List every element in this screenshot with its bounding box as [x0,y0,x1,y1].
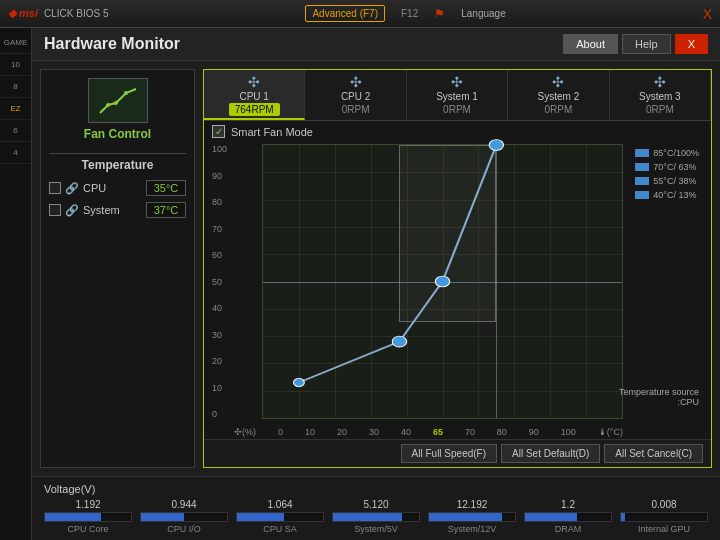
fan-tabs: ✣ CPU 1 764RPM ✣ CPU 2 0RPM ✣ System 1 0… [204,70,711,121]
fan-tab-cpu2-name: CPU 2 [341,91,370,102]
temp-source-label: Temperature source [619,387,699,397]
legend-label-4: 40°C/ 13% [653,190,696,200]
voltage-bar-fill-igpu [621,513,625,521]
voltage-value-cpu-sa: 1.064 [267,499,292,510]
fan-tab-sys1-rpm: 0RPM [437,103,477,116]
legend-label-1: 85°C/100% [653,148,699,158]
legend-bar-2 [635,163,649,171]
svg-point-0 [106,103,110,107]
fan-tab-cpu2-icon: ✣ [350,74,362,90]
sidebar-item-game[interactable]: GAME [0,32,31,54]
sidebar-item-8[interactable]: 8 [0,76,31,98]
msi-logo: ◆ msi [8,7,38,20]
fan-tab-cpu2-rpm: 0RPM [336,103,376,116]
topbar-close-btn[interactable]: X [703,6,712,22]
language-btn[interactable]: Language [461,8,506,19]
all-full-speed-btn[interactable]: All Full Speed(F) [401,444,497,463]
fan-tab-cpu2[interactable]: ✣ CPU 2 0RPM [305,70,406,120]
system-icon: 🔗 [65,204,79,217]
fan-graph-icon [98,85,138,117]
voltage-item-igpu: 0.008 Internal GPU [620,499,708,534]
fan-tab-sys2-icon: ✣ [552,74,564,90]
svg-point-1 [114,101,118,105]
voltage-value-sys12v: 12.192 [457,499,488,510]
content-header: Hardware Monitor About Help X [32,28,720,61]
voltage-bar-fill-12 [525,513,577,521]
fan-tab-sys3[interactable]: ✣ System 3 0RPM [610,70,711,120]
fan-tab-cpu1[interactable]: ✣ CPU 1 764RPM [204,70,305,120]
system-temp-row: 🔗 System 37°C [49,202,186,218]
f12-label[interactable]: F12 [401,8,418,19]
voltage-bar-cpu-sa [236,512,324,522]
voltage-name-igpu: Internal GPU [638,524,690,534]
page-title: Hardware Monitor [44,35,180,53]
voltage-item-cpu-core: 1.192 CPU Core [44,499,132,534]
svg-point-3 [294,378,305,386]
fan-tab-sys1-name: System 1 [436,91,478,102]
voltage-bar-igpu [620,512,708,522]
svg-point-2 [124,91,128,95]
chart-area[interactable]: 100 90 80 70 60 50 40 30 20 10 0 [204,142,711,439]
sidebar-item-10[interactable]: 10 [0,54,31,76]
fan-tab-sys1-icon: ✣ [451,74,463,90]
voltage-bar-fill-cpu-io [141,513,184,521]
legend-item-1: 85°C/100% [635,148,699,158]
divider [49,153,186,154]
fan-tab-sys2[interactable]: ✣ System 2 0RPM [508,70,609,120]
topbar-left: ◆ msi CLICK BIOS 5 [8,7,108,20]
x-axis-labels: ✣(%) 0 10 20 30 40 65 70 80 90 100 🌡(°C) [234,427,623,437]
system-temp-value: 37°C [146,202,186,218]
voltage-value-cpu-io: 0.944 [171,499,196,510]
voltage-bar-fill-sys5v [333,513,402,521]
legend-item-3: 55°C/ 38% [635,176,699,186]
fan-control-label: Fan Control [84,127,151,141]
smart-fan-row: ✓ Smart Fan Mode [204,121,711,142]
voltage-name-sys5v: System/5V [354,524,398,534]
sidebar-item-6[interactable]: 6 [0,120,31,142]
flag-icon: ⚑ [434,7,445,21]
chart-panel: ✣ CPU 1 764RPM ✣ CPU 2 0RPM ✣ System 1 0… [203,69,712,468]
voltage-bars: 1.192 CPU Core 0.944 CPU I/O 1.064 [44,499,708,534]
all-set-cancel-btn[interactable]: All Set Cancel(C) [604,444,703,463]
close-button[interactable]: X [675,34,708,54]
system-temp-name: System [83,204,142,216]
chart-background [262,144,623,419]
cpu-temp-checkbox[interactable] [49,182,61,194]
legend-label-2: 70°C/ 63% [653,162,696,172]
voltage-value-igpu: 0.008 [651,499,676,510]
smart-fan-checkbox[interactable]: ✓ [212,125,225,138]
fan-icon-box [88,78,148,123]
voltage-bar-fill-cpu-sa [237,513,284,521]
fan-curve-svg [263,145,622,418]
main-area: GAME 10 8 EZ 6 4 Hardware Monitor About … [0,28,720,540]
legend-bar-4 [635,191,649,199]
fan-tab-sys3-name: System 3 [639,91,681,102]
sidebar: GAME 10 8 EZ 6 4 [0,28,32,540]
voltage-value-cpu-core: 1.192 [75,499,100,510]
legend-bar-1 [635,149,649,157]
all-set-default-btn[interactable]: All Set Default(D) [501,444,600,463]
help-button[interactable]: Help [622,34,671,54]
system-temp-checkbox[interactable] [49,204,61,216]
temp-source-value: :CPU [619,397,699,407]
fan-tab-cpu1-rpm: 764RPM [229,103,280,116]
voltage-item-sys5v: 5.120 System/5V [332,499,420,534]
voltage-bar-sys12v [428,512,516,522]
sidebar-item-ez[interactable]: EZ [0,98,31,120]
fan-tab-sys3-rpm: 0RPM [640,103,680,116]
cpu-temp-row: 🔗 CPU 35°C [49,180,186,196]
fan-tab-sys1[interactable]: ✣ System 1 0RPM [407,70,508,120]
about-button[interactable]: About [563,34,618,54]
bios-title: CLICK BIOS 5 [44,8,108,19]
header-buttons: About Help X [563,34,708,54]
chart-canvas: ✣(%) 0 10 20 30 40 65 70 80 90 100 🌡(°C) [234,144,703,437]
voltage-value-12: 1.2 [561,499,575,510]
advanced-mode-btn[interactable]: Advanced (F7) [305,5,385,22]
voltage-name-cpu-core: CPU Core [67,524,108,534]
temp-source: Temperature source :CPU [619,387,699,407]
sidebar-item-4[interactable]: 4 [0,142,31,164]
voltage-bar-12 [524,512,612,522]
top-bar: ◆ msi CLICK BIOS 5 Advanced (F7) F12 ⚑ L… [0,0,720,28]
voltage-bar-fill-sys12v [429,513,502,521]
legend-item-4: 40°C/ 13% [635,190,699,200]
